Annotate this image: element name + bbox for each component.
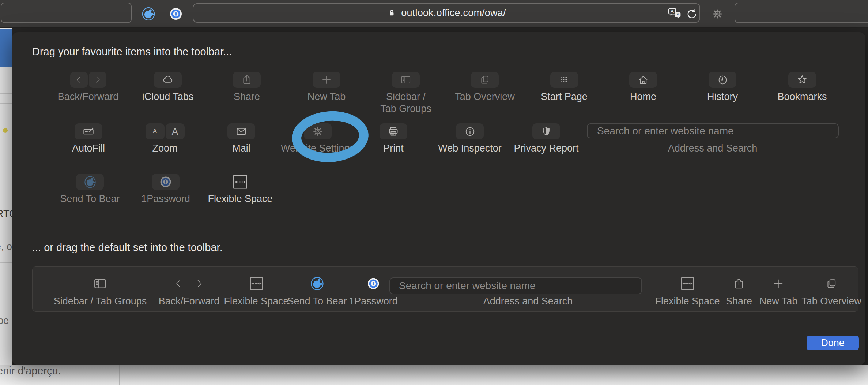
address-search-field[interactable] bbox=[587, 123, 839, 138]
sidebar-icon bbox=[54, 273, 147, 294]
flexible-space-icon bbox=[224, 273, 288, 294]
svg-text:*: * bbox=[677, 11, 679, 17]
translate-icon[interactable]: A * bbox=[667, 7, 682, 20]
palette-item-privacy-report[interactable]: Privacy Report bbox=[504, 123, 588, 154]
webpage-partial-text: enir d'aperçu. bbox=[0, 365, 61, 377]
palette-item-1password[interactable]: 1Password bbox=[124, 174, 208, 205]
webpage-partial-text: pe bbox=[0, 315, 9, 326]
palette-item-home[interactable]: Home bbox=[601, 72, 685, 103]
1password-icon[interactable] bbox=[169, 7, 183, 21]
palette-item-history[interactable]: History bbox=[680, 72, 765, 103]
webpage-partial-text: RTO bbox=[0, 208, 12, 220]
sheet-heading: Drag your favourite items into the toolb… bbox=[32, 46, 232, 58]
plus-icon bbox=[313, 72, 340, 88]
tab-overview-icon bbox=[471, 72, 499, 88]
palette-item-tab-overview[interactable]: Tab Overview bbox=[443, 72, 527, 103]
reload-icon[interactable] bbox=[685, 7, 697, 19]
lock-icon bbox=[387, 8, 397, 18]
palette-item-back-forward[interactable]: Back/Forward bbox=[46, 72, 130, 103]
autofill-icon bbox=[75, 123, 102, 139]
background-tab-right[interactable] bbox=[735, 3, 868, 23]
default-item-share[interactable]: Share bbox=[726, 273, 752, 307]
default-item-new-tab[interactable]: New Tab bbox=[759, 273, 798, 307]
webpage-left-edge: RTO é, o pe bbox=[0, 28, 12, 365]
background-tab-left[interactable] bbox=[1, 3, 132, 23]
envelope-icon bbox=[227, 123, 255, 139]
chevron-right-icon bbox=[194, 278, 205, 289]
webpage-partial-text: é, o bbox=[0, 241, 12, 253]
tab-overview-icon bbox=[801, 273, 861, 294]
bear-icon bbox=[287, 273, 347, 294]
chevron-left-icon bbox=[173, 278, 184, 289]
palette-item-web-inspector[interactable]: Web Inspector bbox=[428, 123, 512, 154]
bear-icon bbox=[76, 174, 104, 190]
share-icon bbox=[726, 273, 752, 294]
chevron-left-icon bbox=[70, 72, 88, 88]
sheet-heading-default: ... or drag the default set into the too… bbox=[32, 242, 223, 254]
default-item-send-to-bear[interactable]: Send To Bear bbox=[287, 273, 347, 307]
palette-item-share[interactable]: Share bbox=[205, 72, 289, 103]
palette-item-zoom[interactable]: AA Zoom bbox=[123, 123, 207, 154]
palette-item-icloud-tabs[interactable]: iCloud Tabs bbox=[126, 72, 210, 103]
address-bar[interactable]: outlook.office.com/owa/ A * bbox=[193, 3, 700, 23]
plus-icon bbox=[759, 273, 798, 294]
svg-text:A: A bbox=[671, 8, 674, 14]
palette-item-send-to-bear[interactable]: Send To Bear bbox=[48, 174, 132, 205]
printer-icon bbox=[380, 123, 407, 139]
url-text[interactable]: outlook.office.com/owa/ bbox=[401, 7, 506, 19]
palette-item-bookmarks[interactable]: Bookmarks bbox=[760, 72, 844, 103]
cloud-icon bbox=[154, 72, 182, 88]
address-search-label: Address and Search bbox=[639, 143, 786, 154]
done-button[interactable]: Done bbox=[807, 336, 859, 350]
shield-icon bbox=[532, 123, 560, 139]
flexible-space-icon bbox=[198, 174, 282, 190]
text-size-small-icon: A bbox=[146, 123, 165, 139]
home-icon bbox=[629, 72, 657, 88]
browser-toolbar: outlook.office.com/owa/ A * bbox=[0, 0, 868, 28]
default-item-flexible-space-2[interactable]: Flexible Space bbox=[655, 273, 720, 307]
info-circle-icon bbox=[456, 123, 484, 139]
palette-item-mail[interactable]: Mail bbox=[199, 123, 283, 154]
sidebar-icon bbox=[392, 72, 420, 88]
webpage-flag-icon bbox=[3, 128, 8, 133]
flexible-space-icon bbox=[655, 273, 720, 294]
sheet-divider bbox=[32, 324, 858, 324]
default-toolbar-set[interactable]: Sidebar / Tab Groups Back/Forward Flexib… bbox=[32, 266, 858, 312]
default-item-back-forward[interactable]: Back/Forward bbox=[159, 273, 220, 307]
default-item-address-search[interactable]: Address and Search bbox=[483, 273, 573, 307]
gear-icon[interactable] bbox=[711, 7, 724, 20]
default-item-flexible-space[interactable]: Flexible Space bbox=[224, 273, 288, 307]
palette-item-sidebar-tab-groups[interactable]: Sidebar /Tab Groups bbox=[364, 72, 448, 115]
screenshot-stage: outlook.office.com/owa/ A * bbox=[0, 0, 868, 385]
customize-toolbar-sheet: Drag your favourite items into the toolb… bbox=[12, 32, 865, 365]
star-icon bbox=[788, 72, 816, 88]
webpage-pane-divider bbox=[119, 365, 120, 385]
share-icon bbox=[233, 72, 261, 88]
palette-item-new-tab[interactable]: New Tab bbox=[284, 72, 369, 103]
webpage-bottom-line bbox=[0, 384, 868, 384]
1password-icon bbox=[152, 174, 180, 190]
text-size-large-icon: A bbox=[166, 123, 185, 139]
palette-item-start-page[interactable]: Start Page bbox=[522, 72, 606, 103]
palette-item-flexible-space[interactable]: Flexible Space bbox=[198, 174, 282, 205]
grid-dots-icon bbox=[550, 72, 578, 88]
default-item-sidebar-tab-groups[interactable]: Sidebar / Tab Groups bbox=[54, 273, 147, 307]
chevron-right-icon bbox=[89, 72, 106, 88]
webpage-bottom-edge: enir d'aperçu. bbox=[0, 365, 868, 385]
default-set-separator bbox=[152, 272, 152, 299]
send-to-bear-icon[interactable] bbox=[141, 6, 156, 22]
webpage-blue-header bbox=[0, 29, 12, 67]
palette-item-autofill[interactable]: AutoFill bbox=[46, 123, 131, 154]
annotation-circle bbox=[290, 109, 370, 165]
clock-icon bbox=[709, 72, 736, 88]
default-item-tab-overview[interactable]: Tab Overview bbox=[801, 273, 861, 307]
